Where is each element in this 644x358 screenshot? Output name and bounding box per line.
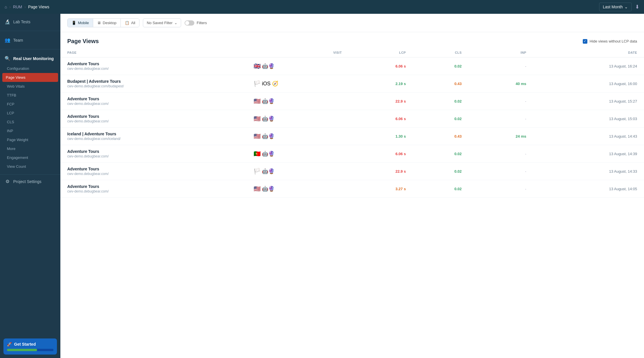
table-row[interactable]: Adventure Tourscwv-demo.debugbear.com/🇺🇸…: [60, 93, 644, 110]
date-value: 13 August, 15:27: [533, 93, 644, 110]
inp-text: 24 ms: [516, 134, 526, 138]
sidebar-inp-label: INP: [7, 129, 13, 133]
page-url: cwv-demo.debugbear.com/: [67, 172, 240, 176]
sidebar-item-lcp[interactable]: LCP: [0, 109, 60, 118]
inp-text: -: [525, 99, 526, 103]
rocket-icon: 🚀: [7, 342, 12, 347]
col-inp: INP: [469, 48, 533, 57]
visit-icons: 🏳️🤖🔮: [247, 163, 349, 180]
sidebar-ttfb-label: TTFB: [7, 93, 16, 97]
page-name: Adventure Tours: [67, 167, 240, 171]
sidebar-page-weight-label: Page Weight: [7, 138, 28, 142]
hide-lcp-checkbox[interactable]: ✓: [583, 39, 587, 44]
sidebar: 🔬 Lab Tests 👥 Team 🔍 Real User Monitorin…: [0, 14, 60, 358]
sidebar-item-team[interactable]: 👥 Team: [0, 34, 60, 46]
sidebar-item-engagement[interactable]: Engagement: [0, 153, 60, 162]
sidebar-item-more[interactable]: More: [0, 144, 60, 153]
platform-icon: 🤖🔮: [262, 116, 275, 122]
sidebar-item-page-views[interactable]: Page Views: [2, 73, 58, 82]
table-row[interactable]: Budapest | Adventure Tourscwv-demo.debug…: [60, 75, 644, 93]
date-picker[interactable]: Last Month ⌄: [599, 3, 632, 11]
sidebar-divider-2: [0, 49, 60, 49]
sidebar-item-fcp[interactable]: FCP: [0, 100, 60, 109]
sidebar-item-view-count[interactable]: View Count: [0, 162, 60, 171]
lcp-value: 22.9 s: [349, 163, 413, 180]
sidebar-item-cls[interactable]: CLS: [0, 118, 60, 126]
page-name: Adventure Tours: [67, 184, 240, 189]
filters-label: Filters: [197, 21, 207, 25]
page-name: Budapest | Adventure Tours: [67, 79, 240, 84]
table-row[interactable]: Adventure Tourscwv-demo.debugbear.com/🇬🇧…: [60, 57, 644, 75]
flag-icon: 🇺🇸: [254, 115, 261, 122]
sidebar-item-rum[interactable]: 🔍 Real User Monitoring: [0, 53, 60, 64]
table-row[interactable]: Adventure Tourscwv-demo.debugbear.com/🇵🇹…: [60, 145, 644, 163]
tab-desktop[interactable]: 🖥 Desktop: [93, 19, 121, 27]
visit-icons: 🇺🇸🤖🔮: [254, 185, 342, 192]
inp-value: -: [469, 163, 533, 180]
flag-icon: 🇬🇧: [254, 63, 261, 70]
sidebar-configuration-label: Configuration: [7, 66, 29, 71]
layout: 🔬 Lab Tests 👥 Team 🔍 Real User Monitorin…: [0, 14, 644, 358]
table-row[interactable]: Adventure Tourscwv-demo.debugbear.com/🇺🇸…: [60, 180, 644, 198]
sidebar-item-lab-tests[interactable]: 🔬 Lab Tests: [0, 16, 60, 27]
sidebar-team-label: Team: [13, 38, 23, 43]
flag-icon: 🇺🇸: [254, 133, 261, 140]
visit-icons: 🇺🇸🤖🔮: [247, 93, 349, 110]
cls-value: 0.02: [413, 57, 469, 75]
inp-text: 40 ms: [516, 82, 526, 86]
flag-icon: 🇺🇸: [254, 98, 261, 105]
lcp-text: 1.30 s: [396, 134, 406, 138]
sidebar-item-ttfb[interactable]: TTFB: [0, 91, 60, 100]
hide-lcp-checkbox-label[interactable]: ✓ Hide views without LCP data: [583, 39, 637, 44]
sidebar-web-vitals-label: Web Vitals: [7, 84, 25, 88]
date-value: 13 August, 14:39: [533, 145, 644, 163]
sidebar-item-web-vitals[interactable]: Web Vitals: [0, 82, 60, 91]
lcp-text: 6.06 s: [396, 117, 406, 121]
page-url: cwv-demo.debugbear.com/: [67, 154, 240, 158]
visit-icons: 🇵🇹🤖🔮: [254, 150, 342, 157]
table-row[interactable]: Iceland | Adventure Tourscwv-demo.debugb…: [60, 128, 644, 145]
tab-mobile[interactable]: 📱 Mobile: [68, 19, 93, 27]
sidebar-item-inp[interactable]: INP: [0, 126, 60, 135]
platform-icon: iOS 🧭: [262, 80, 278, 87]
platform-icon: 🤖🔮: [262, 63, 275, 69]
sidebar-divider-1: [0, 31, 60, 31]
lcp-value: 2.19 s: [349, 75, 413, 93]
table-header-row: PAGE VISIT LCP CLS INP DATE: [60, 48, 644, 57]
filters-toggle[interactable]: Filters: [185, 20, 207, 26]
page-views-title: Page Views: [67, 38, 99, 45]
get-started-card[interactable]: 🚀 Get Started: [3, 338, 57, 355]
sidebar-item-page-weight[interactable]: Page Weight: [0, 135, 60, 144]
col-visit: VISIT: [247, 48, 349, 57]
cls-text: 0.02: [454, 117, 461, 121]
page-url: cwv-demo.debugbear.com/: [67, 102, 240, 106]
saved-filter-button[interactable]: No Saved Filter ⌄: [143, 18, 181, 27]
tab-all[interactable]: 📋 All: [121, 19, 139, 27]
page-url: cwv-demo.debugbear.com/budapest/: [67, 84, 240, 88]
table-row[interactable]: Adventure Tourscwv-demo.debugbear.com/🏳️…: [60, 163, 644, 180]
visit-icons: 🇵🇹🤖🔮: [247, 145, 349, 163]
toggle-track[interactable]: [185, 20, 194, 26]
chevron-down-icon: ⌄: [624, 5, 628, 9]
sidebar-rum-label: Real User Monitoring: [13, 56, 54, 61]
platform-icon: 🤖🔮: [262, 186, 275, 192]
breadcrumb-rum[interactable]: RUM: [13, 5, 22, 9]
progress-bar-fill: [7, 349, 37, 351]
visit-icons: 🏳️🤖🔮: [254, 168, 342, 175]
home-icon[interactable]: ⌂: [5, 5, 7, 9]
sidebar-divider-3: [0, 174, 60, 175]
table-row[interactable]: Adventure Tourscwv-demo.debugbear.com/🇺🇸…: [60, 110, 644, 128]
progress-bar-track: [7, 349, 53, 351]
download-button[interactable]: ⬇: [635, 4, 639, 10]
sidebar-item-project-settings[interactable]: ⚙ Project Settings: [0, 176, 60, 187]
sidebar-item-configuration[interactable]: Configuration: [0, 64, 60, 73]
page-url: cwv-demo.debugbear.com/iceland/: [67, 137, 240, 141]
flag-icon: 🇵🇹: [254, 150, 261, 157]
page-url: cwv-demo.debugbear.com/: [67, 189, 240, 193]
date-value: 13 August, 16:00: [533, 75, 644, 93]
sidebar-view-count-label: View Count: [7, 164, 26, 169]
breadcrumb-sep-1: ›: [9, 5, 11, 9]
page-url: cwv-demo.debugbear.com/: [67, 119, 240, 123]
platform-icon: 🤖🔮: [262, 168, 275, 174]
device-tabs: 📱 Mobile 🖥 Desktop 📋 All: [67, 18, 139, 27]
